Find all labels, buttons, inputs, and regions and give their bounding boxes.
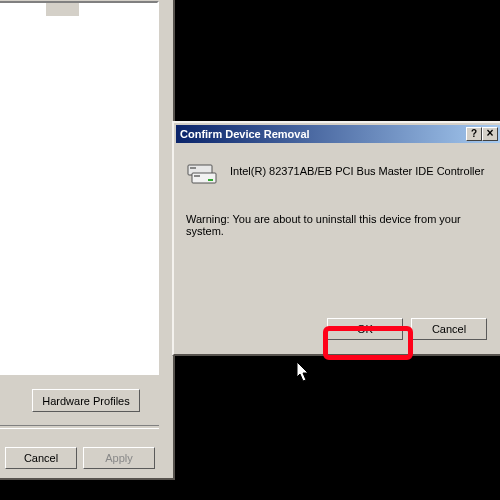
svg-rect-3 — [194, 175, 200, 177]
confirm-device-removal-dialog: Confirm Device Removal ? × Intel(R) 8237… — [172, 121, 500, 356]
tree-icon — [62, 1, 79, 16]
dm-apply-button: Apply — [83, 447, 155, 469]
help-button[interactable]: ? — [466, 127, 482, 141]
device-manager-footer: Cancel Apply — [0, 435, 159, 473]
cancel-button[interactable]: Cancel — [411, 318, 487, 340]
svg-marker-5 — [297, 362, 308, 381]
separator — [0, 425, 159, 429]
dm-cancel-button[interactable]: Cancel — [5, 447, 77, 469]
device-name-label: Intel(R) 82371AB/EB PCI Bus Master IDE C… — [230, 165, 490, 177]
cursor-icon — [297, 362, 311, 384]
svg-rect-4 — [208, 179, 213, 181]
ok-button[interactable]: OK — [327, 318, 403, 340]
device-manager-button-bar: Hardware Profiles — [0, 385, 159, 417]
svg-rect-2 — [192, 173, 216, 183]
device-icon — [186, 159, 218, 191]
device-manager-window: DE Controller Hardware Profiles Cancel A… — [0, 0, 175, 480]
tree-icon — [46, 1, 63, 16]
dialog-titlebar[interactable]: Confirm Device Removal ? × — [176, 125, 500, 143]
warning-text: Warning: You are about to uninstall this… — [186, 213, 490, 237]
device-tree[interactable]: DE Controller — [0, 1, 159, 375]
close-button[interactable]: × — [482, 127, 498, 141]
svg-rect-1 — [190, 167, 196, 169]
dialog-title: Confirm Device Removal — [180, 128, 310, 140]
hardware-profiles-button[interactable]: Hardware Profiles — [32, 389, 140, 412]
